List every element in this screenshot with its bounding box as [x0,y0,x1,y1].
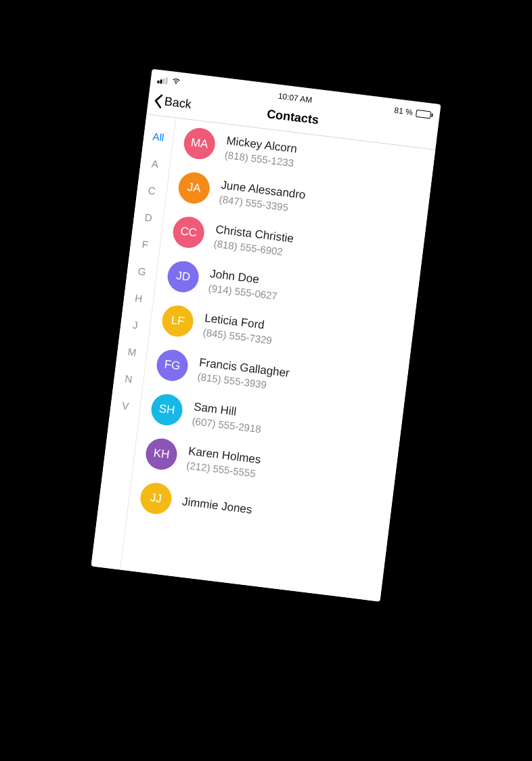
index-item[interactable]: G [136,257,147,285]
contact-list[interactable]: MAMickey Alcorn(818) 555-1233JAJune Ales… [120,118,435,602]
contact-info: Jimmie Jones [181,495,253,517]
contact-info: Mickey Alcorn(818) 555-1233 [224,134,298,169]
index-item[interactable]: D [143,204,154,232]
index-item[interactable]: J [131,311,139,339]
index-item[interactable]: F [141,231,150,259]
index-item[interactable]: M [126,338,137,366]
index-item[interactable]: N [123,365,134,393]
index-item[interactable]: All [151,123,165,151]
avatar: FG [155,348,190,383]
back-label: Back [164,95,192,112]
avatar: CC [171,215,206,250]
avatar: KH [144,437,179,472]
contact-name: Jimmie Jones [181,495,253,517]
contact-info: John Doe(914) 555-0627 [208,267,280,302]
contact-info: Sam Hill(607) 555-2918 [192,400,264,435]
phone-frame: 10:07 AM 81 % Back Contacts [91,69,441,602]
contact-info: Leticia Ford(845) 555-7329 [202,311,275,346]
index-item[interactable]: C [147,177,158,204]
avatar: JD [166,259,200,294]
index-item[interactable]: V [120,392,131,420]
avatar: JJ [139,481,173,516]
contact-info: Christa Christie(818) 555-6902 [213,223,294,259]
contact-info: Francis Gallagher(815) 555-3939 [197,356,290,393]
avatar: JA [177,171,211,205]
index-item[interactable]: A [150,150,160,177]
contact-info: Karen Holmes(212) 555-5555 [186,445,262,480]
index-item[interactable]: H [133,284,144,312]
chevron-left-icon [153,93,164,109]
contact-info: June Alessandro(847) 555-3395 [219,178,307,215]
avatar: MA [182,127,217,161]
avatar: LF [160,304,195,339]
avatar: SH [150,393,184,427]
cellular-signal-icon [157,77,168,85]
back-button[interactable]: Back [153,93,192,112]
